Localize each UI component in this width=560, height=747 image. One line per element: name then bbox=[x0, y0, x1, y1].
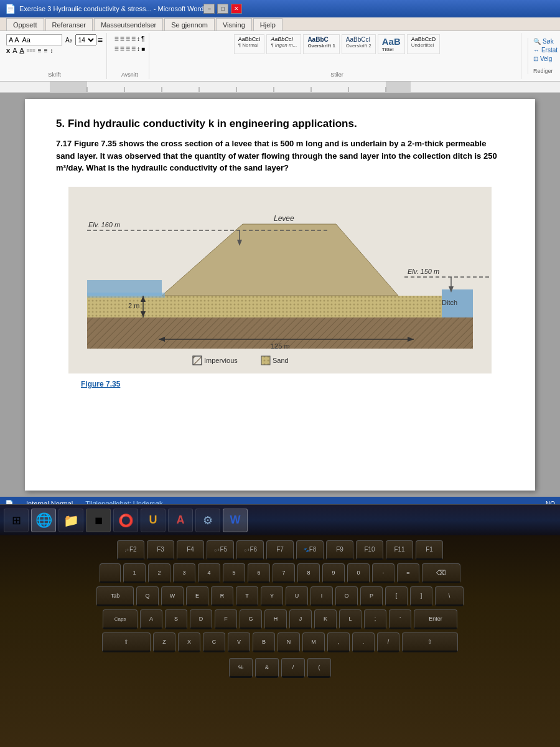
key-f2[interactable]: ♪+ F2 bbox=[117, 540, 144, 560]
key-period[interactable]: . bbox=[352, 632, 375, 652]
key-o[interactable]: O bbox=[335, 586, 358, 606]
bold-button[interactable]: x bbox=[6, 47, 10, 54]
indent-btn1[interactable]: A bbox=[12, 47, 17, 54]
key-r[interactable]: R bbox=[211, 586, 233, 606]
key-a[interactable]: A bbox=[140, 609, 162, 629]
taskbar-circle[interactable]: ⭕ bbox=[113, 509, 138, 532]
key-9[interactable]: 9 bbox=[322, 563, 345, 583]
formatting-icon[interactable]: ≡ bbox=[98, 35, 103, 45]
style-ingen[interactable]: AaBbCcI ¶ Ingen m... bbox=[266, 34, 301, 54]
key-minus[interactable]: - bbox=[372, 563, 394, 583]
key-j[interactable]: J bbox=[289, 609, 312, 629]
search-button[interactable]: 🔍 Søk bbox=[533, 38, 558, 45]
key-f9[interactable]: F9 bbox=[326, 540, 353, 560]
key-g[interactable]: G bbox=[240, 609, 262, 629]
tab-se-gjennom[interactable]: Se gjennom bbox=[164, 18, 215, 31]
taskbar-browser[interactable]: 🌐 bbox=[31, 509, 56, 532]
key-f11[interactable]: F11 bbox=[386, 540, 413, 560]
key-h[interactable]: H bbox=[264, 609, 287, 629]
key-b[interactable]: B bbox=[253, 632, 275, 652]
bullet-btn[interactable]: ≡ bbox=[114, 34, 119, 43]
close-button[interactable]: ✕ bbox=[231, 4, 242, 14]
key-f[interactable]: F bbox=[215, 609, 237, 629]
taskbar-app1[interactable]: ◼ bbox=[86, 509, 111, 532]
minimize-button[interactable]: − bbox=[203, 4, 215, 14]
key-backslash[interactable]: \ bbox=[435, 586, 464, 606]
key-6[interactable]: 6 bbox=[248, 563, 270, 583]
style-tittel[interactable]: AaB Tittel bbox=[378, 34, 405, 54]
key-f6[interactable]: ☼+ F6 bbox=[236, 540, 264, 560]
key-apostrophe[interactable]: ' bbox=[389, 609, 411, 629]
underline-btn[interactable]: A bbox=[19, 47, 24, 54]
key-q[interactable]: Q bbox=[136, 586, 159, 606]
sort-btn[interactable]: ↕ bbox=[137, 35, 140, 42]
key-f4[interactable]: F4 bbox=[177, 540, 204, 560]
key-n[interactable]: N bbox=[278, 632, 300, 652]
indent-decrease[interactable]: ≡ bbox=[126, 34, 130, 43]
key-bracket-right[interactable]: ] bbox=[410, 586, 432, 606]
align-center[interactable]: ≡ bbox=[120, 44, 124, 53]
start-button[interactable]: ⊞ bbox=[4, 509, 29, 532]
justify-btn[interactable]: ≡ bbox=[131, 44, 136, 53]
tab-masseutsendelser[interactable]: Masseutsendelser bbox=[94, 18, 163, 31]
replace-button[interactable]: ↔ Erstat bbox=[533, 47, 558, 54]
key-f3[interactable]: F3 bbox=[147, 540, 174, 560]
maximize-button[interactable]: □ bbox=[217, 4, 228, 14]
key-slash[interactable]: / bbox=[377, 632, 399, 652]
key-c[interactable]: C bbox=[203, 632, 225, 652]
style-overskrift1[interactable]: AaBbC Overskrift 1 bbox=[303, 34, 339, 54]
key-f8[interactable]: 🐾 F8 bbox=[296, 540, 324, 560]
key-s[interactable]: S bbox=[165, 609, 187, 629]
key-open-paren[interactable]: ( bbox=[307, 658, 331, 678]
line-spacing-btn[interactable]: ↕ bbox=[137, 45, 140, 52]
key-w[interactable]: W bbox=[161, 586, 184, 606]
tab-visning[interactable]: Visning bbox=[216, 18, 252, 31]
align-left[interactable]: ≡ bbox=[114, 44, 119, 53]
key-u[interactable]: U bbox=[286, 586, 308, 606]
key-t[interactable]: T bbox=[236, 586, 258, 606]
indent-increase[interactable]: ≡ bbox=[131, 34, 136, 43]
key-comma[interactable]: , bbox=[327, 632, 350, 652]
taskbar-u[interactable]: U bbox=[141, 509, 166, 532]
document-area[interactable]: 5. Find hydraulic conductivity k in engi… bbox=[0, 93, 560, 497]
align-btn[interactable]: ≡ bbox=[44, 47, 48, 54]
pilcrow-btn[interactable]: ¶ bbox=[141, 35, 144, 42]
key-equals[interactable]: = bbox=[397, 563, 419, 583]
key-ampersand[interactable]: & bbox=[255, 658, 279, 678]
tab-hjelp[interactable]: Hjelp bbox=[253, 18, 282, 31]
style-normal[interactable]: AaBbCcI ¶ Normal bbox=[234, 34, 265, 54]
taskbar-explorer[interactable]: 📁 bbox=[58, 509, 83, 532]
key-4[interactable]: 4 bbox=[198, 563, 220, 583]
key-5[interactable]: 5 bbox=[223, 563, 245, 583]
key-d[interactable]: D bbox=[190, 609, 212, 629]
list-btn[interactable]: ≡ bbox=[38, 47, 42, 54]
font-dropdown[interactable]: 14 bbox=[75, 34, 96, 45]
extra-fmt[interactable]: ≡≡≡ bbox=[27, 48, 35, 54]
key-z[interactable]: Z bbox=[153, 632, 175, 652]
key-k[interactable]: K bbox=[314, 609, 337, 629]
tab-referanser[interactable]: Referanser bbox=[45, 18, 93, 31]
align-right[interactable]: ≡ bbox=[126, 44, 130, 53]
key-tab[interactable]: Tab bbox=[96, 586, 134, 606]
key-7[interactable]: 7 bbox=[273, 563, 295, 583]
taskbar-word[interactable]: W bbox=[223, 509, 248, 532]
key-1[interactable]: 1 bbox=[123, 563, 146, 583]
key-y[interactable]: Y bbox=[261, 586, 283, 606]
key-fwd-slash2[interactable]: / bbox=[281, 658, 305, 678]
taskbar-settings[interactable]: ⚙ bbox=[195, 509, 220, 532]
select-button[interactable]: ⊡ Velg bbox=[533, 55, 558, 62]
key-0[interactable]: 0 bbox=[347, 563, 370, 583]
style-undertittel[interactable]: AaBbCcD Undertittel bbox=[407, 34, 441, 54]
key-enter[interactable]: Enter bbox=[414, 609, 457, 629]
key-m[interactable]: M bbox=[302, 632, 325, 652]
key-f10[interactable]: F10 bbox=[356, 540, 383, 560]
key-2[interactable]: 2 bbox=[148, 563, 170, 583]
key-i[interactable]: I bbox=[310, 586, 333, 606]
key-v[interactable]: V bbox=[228, 632, 250, 652]
extra-indent[interactable]: ↕ bbox=[50, 47, 54, 54]
key-semicolon[interactable]: ; bbox=[364, 609, 386, 629]
key-shift-right[interactable]: ⇧ bbox=[402, 632, 458, 652]
numbered-btn[interactable]: ≡ bbox=[120, 34, 124, 43]
key-backspace[interactable]: ⌫ bbox=[422, 563, 460, 583]
key-bracket-left[interactable]: [ bbox=[385, 586, 408, 606]
